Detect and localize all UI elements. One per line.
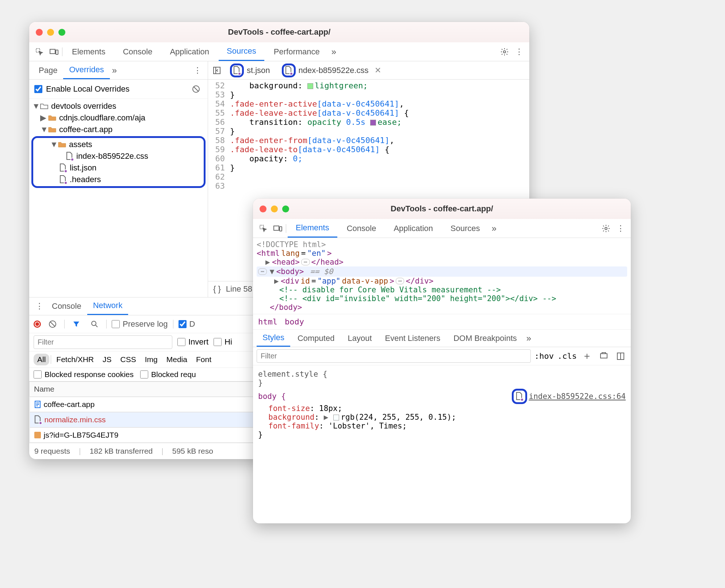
breadcrumb: html body: [253, 314, 631, 330]
override-dot-icon: [64, 181, 68, 185]
search-icon[interactable]: [88, 318, 101, 331]
crumb-body[interactable]: body: [285, 317, 304, 326]
tab-sources[interactable]: Sources: [442, 219, 488, 238]
gear-icon[interactable]: [498, 45, 511, 58]
tab-performance[interactable]: Performance: [266, 42, 328, 61]
status-line: Line 58: [226, 284, 252, 294]
tab-sources[interactable]: Sources: [219, 42, 264, 61]
close-icon[interactable]: [260, 205, 266, 212]
device-icon[interactable]: [597, 350, 610, 363]
body-rule[interactable]: body { index-b859522e.css:64 font-size: …: [258, 389, 626, 439]
tab-event-listeners[interactable]: Event Listeners: [379, 330, 446, 347]
new-rule-icon[interactable]: +: [580, 350, 594, 363]
tree-file-headers[interactable]: .headers: [33, 174, 204, 185]
tree-file-css[interactable]: index-b859522e.css: [33, 150, 204, 162]
preserve-log-checkbox[interactable]: Preserve log: [112, 319, 168, 329]
rule-source-link[interactable]: index-b859522e.css:64: [512, 389, 626, 404]
device-icon[interactable]: [47, 45, 61, 58]
type-font[interactable]: Font: [192, 354, 215, 365]
enable-overrides-checkbox[interactable]: [34, 85, 42, 93]
device-icon[interactable]: [271, 222, 284, 235]
type-img[interactable]: Img: [141, 354, 161, 365]
minimize-icon[interactable]: [271, 205, 278, 212]
tree-file-json[interactable]: list.json: [33, 162, 204, 174]
record-icon[interactable]: [34, 320, 41, 328]
type-all[interactable]: All: [34, 354, 49, 365]
computed-toggle-icon[interactable]: [614, 350, 627, 363]
more-tabs-icon[interactable]: »: [524, 333, 533, 343]
drawer-tab-network[interactable]: Network: [87, 297, 128, 315]
hide-checkbox[interactable]: Hi: [214, 337, 232, 347]
highlight-circle: [512, 389, 527, 404]
invert-checkbox[interactable]: Invert: [177, 337, 208, 347]
tab-elements[interactable]: Elements: [288, 219, 337, 238]
block-icon[interactable]: [189, 82, 203, 96]
gear-icon[interactable]: [599, 222, 613, 235]
tree-folder-root[interactable]: ▼devtools overrides: [29, 100, 208, 112]
override-dot-icon: [64, 169, 68, 173]
maximize-icon[interactable]: [58, 29, 65, 36]
tab-computed[interactable]: Computed: [292, 330, 341, 347]
tree-folder-assets[interactable]: ▼assets: [33, 139, 204, 150]
main-tabs: Elements Console Application Sources » ⋮: [253, 219, 631, 238]
svg-point-13: [605, 227, 607, 230]
drawer-tab-console[interactable]: Console: [46, 297, 87, 315]
tab-application[interactable]: Application: [162, 42, 217, 61]
disable-cache-checkbox[interactable]: D: [179, 319, 195, 329]
type-js[interactable]: JS: [99, 354, 115, 365]
type-css[interactable]: CSS: [117, 354, 140, 365]
blocked-cookies-checkbox[interactable]: Blocked response cookies: [34, 370, 134, 379]
svg-point-3: [503, 51, 506, 53]
maximize-icon[interactable]: [282, 205, 289, 212]
highlighted-tree: ▼assets index-b859522e.css list.json .he…: [31, 136, 206, 188]
more-tabs-icon[interactable]: »: [490, 223, 499, 234]
titlebar[interactable]: DevTools - coffee-cart.app/: [253, 199, 631, 219]
tree-folder-cdn[interactable]: ▶cdnjs.cloudflare.com/aja: [29, 112, 208, 124]
titlebar[interactable]: DevTools - coffee-cart.app/: [29, 22, 529, 42]
styles-pane[interactable]: element.style { } body { index-b859522e.…: [253, 365, 631, 443]
toggle-nav-icon[interactable]: [210, 64, 223, 77]
tab-application[interactable]: Application: [385, 219, 441, 238]
filter-icon[interactable]: [70, 318, 83, 331]
hov-button[interactable]: :hov: [534, 351, 554, 361]
close-tab-icon[interactable]: ✕: [375, 66, 381, 75]
more-subtabs-icon[interactable]: »: [110, 65, 119, 76]
blocked-requests-checkbox[interactable]: Blocked requ: [140, 370, 196, 379]
tab-layout[interactable]: Layout: [342, 330, 377, 347]
svg-rect-2: [56, 50, 58, 54]
minimize-icon[interactable]: [47, 29, 54, 36]
cls-button[interactable]: .cls: [557, 351, 577, 361]
close-icon[interactable]: [36, 29, 43, 36]
tree-folder-app[interactable]: ▼coffee-cart.app: [29, 124, 208, 135]
tab-dom-breakpoints[interactable]: DOM Breakpoints: [448, 330, 523, 347]
subtab-page[interactable]: Page: [33, 61, 63, 79]
inspect-icon[interactable]: [257, 222, 270, 235]
tab-console[interactable]: Console: [115, 42, 161, 61]
tab-styles[interactable]: Styles: [257, 330, 290, 347]
styles-filter-input[interactable]: [257, 349, 531, 363]
crumb-html[interactable]: html: [258, 317, 277, 326]
editor-tab-css[interactable]: ndex-b859522e.css ✕: [277, 61, 386, 79]
svg-rect-1: [50, 49, 55, 54]
kebab-icon[interactable]: ⋮: [614, 222, 627, 235]
type-fetch/xhr[interactable]: Fetch/XHR: [53, 354, 97, 365]
tab-elements[interactable]: Elements: [64, 42, 114, 61]
pretty-print-icon[interactable]: { }: [213, 284, 221, 294]
dom-tree[interactable]: <!DOCTYPE html> <html lang="en"> ▶<head>…: [253, 238, 631, 314]
tab-console[interactable]: Console: [339, 219, 384, 238]
svg-rect-9: [34, 432, 41, 438]
block-icon[interactable]: [46, 318, 59, 331]
window-title: DevTools - coffee-cart.app/: [29, 27, 529, 37]
kebab-icon[interactable]: ⋮: [513, 45, 526, 58]
subtab-overrides[interactable]: Overrides: [63, 61, 110, 79]
highlight-circle: [230, 64, 244, 77]
inspect-icon[interactable]: [33, 45, 46, 58]
element-style-rule[interactable]: element.style { }: [258, 370, 626, 387]
type-media[interactable]: Media: [163, 354, 191, 365]
more-tabs-icon[interactable]: »: [329, 47, 338, 57]
editor-tab-json[interactable]: st.json: [225, 61, 275, 79]
kebab-icon[interactable]: ⋮: [191, 64, 204, 77]
svg-point-7: [92, 321, 96, 326]
kebab-icon[interactable]: ⋮: [33, 300, 46, 313]
filter-input[interactable]: [34, 335, 172, 349]
